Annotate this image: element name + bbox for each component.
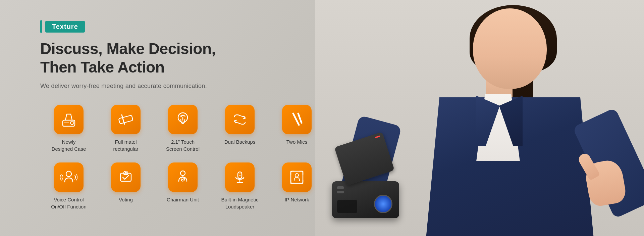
two-mics-label: Two Mics [286, 138, 308, 145]
feature-dual-backups: Dual Backups [211, 105, 268, 145]
ip-network-icon-box [282, 162, 312, 192]
chairman-unit-label: Chairman Unit [167, 196, 199, 203]
matel-icon [117, 111, 135, 128]
feature-two-mics: Two Mics [268, 105, 325, 145]
speaker-icon [231, 169, 249, 186]
full-matel-label: Full matelrectangular [113, 138, 138, 152]
texture-badge: Texture [40, 20, 329, 33]
voting-icon [117, 169, 135, 186]
svg-point-1 [70, 121, 74, 125]
voice-control-label: Voice ControlOn/Off Function [51, 196, 87, 210]
backups-icon [231, 111, 249, 128]
two-mics-icon-box [282, 105, 312, 134]
chairman-icon [174, 169, 192, 186]
loudspeaker-icon-box [225, 162, 255, 192]
svg-point-8 [66, 171, 71, 177]
feature-loudspeaker: Built-in MagneticLoudspeaker [211, 162, 268, 210]
feature-voice-control: Voice ControlOn/Off Function [40, 162, 97, 210]
svg-rect-3 [119, 115, 133, 124]
feature-newly-designed-case: NewlyDesigned Case [40, 105, 97, 152]
voting-label: Voting [119, 196, 133, 203]
feature-full-matel: Full matelrectangular [97, 105, 154, 152]
voting-icon-box [111, 162, 141, 192]
sub-heading: We deliver worry-free meeting and accura… [40, 83, 329, 90]
texture-bar [40, 20, 42, 33]
newly-designed-case-icon-box [54, 105, 84, 134]
svg-point-19 [295, 174, 299, 177]
heading-line1: Discuss, Make Decision, [40, 40, 329, 58]
voice-control-icon-box [54, 162, 84, 192]
features-grid: NewlyDesigned Case Full matelrectangular [40, 105, 329, 210]
mics-icon [288, 111, 306, 128]
heading-line2: Then Take Action [40, 58, 329, 77]
voice-icon [60, 169, 77, 186]
dual-backups-label: Dual Backups [224, 138, 256, 145]
features-row-2: Voice ControlOn/Off Function [40, 162, 329, 210]
page-wrapper: Texture Discuss, Make Decision, Then Tak… [0, 0, 644, 236]
touch-screen-label: 2.1" TouchScreen Control [166, 138, 200, 152]
touch-icon [174, 111, 192, 128]
feature-chairman-unit: Chairman Unit [154, 162, 211, 203]
feature-touch-screen: 2.1" TouchScreen Control [154, 105, 211, 152]
background-person [315, 0, 644, 236]
chairman-unit-icon-box [168, 162, 198, 192]
feature-voting: Voting [97, 162, 154, 203]
svg-point-12 [180, 171, 185, 176]
main-heading: Discuss, Make Decision, Then Take Action [40, 40, 329, 77]
feature-ip-network: IP Network [268, 162, 325, 203]
full-matel-icon-box [111, 105, 141, 134]
svg-line-7 [298, 113, 302, 123]
newly-designed-case-label: NewlyDesigned Case [52, 138, 86, 152]
content-area: Texture Discuss, Make Decision, Then Tak… [40, 20, 329, 210]
dual-backups-icon-box [225, 105, 255, 134]
touch-screen-icon-box [168, 105, 198, 134]
network-icon [288, 169, 306, 186]
ip-network-label: IP Network [284, 196, 309, 203]
texture-label: Texture [45, 21, 85, 33]
loudspeaker-label: Built-in MagneticLoudspeaker [221, 196, 259, 210]
case-icon [60, 111, 77, 128]
features-row-1: NewlyDesigned Case Full matelrectangular [40, 105, 329, 152]
